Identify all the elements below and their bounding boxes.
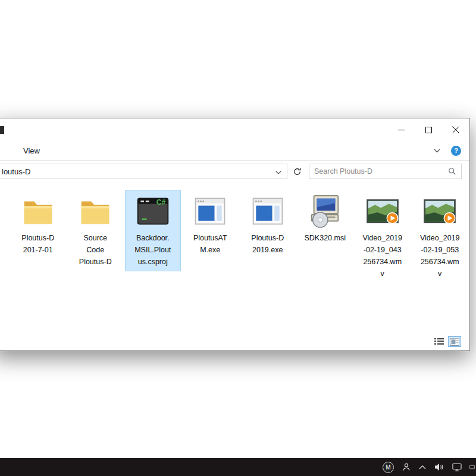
file-item-label: Ploutus-D 2019.exe bbox=[251, 232, 284, 256]
search-icon bbox=[448, 167, 456, 176]
window-title-partial-icon bbox=[0, 126, 4, 134]
refresh-icon bbox=[293, 167, 302, 176]
user-badge[interactable]: M bbox=[383, 458, 394, 476]
show-hidden-icons-button[interactable] bbox=[419, 458, 426, 476]
address-dropdown-chevron-icon[interactable] bbox=[275, 171, 281, 174]
maximize-button[interactable] bbox=[415, 118, 442, 141]
thumbnails-view-button[interactable] bbox=[448, 336, 461, 347]
search-box bbox=[309, 164, 462, 179]
search-input[interactable] bbox=[309, 167, 448, 176]
file-item-label: PloutusAT M.exe bbox=[193, 232, 227, 256]
close-button[interactable] bbox=[442, 118, 469, 141]
folder-icon bbox=[77, 193, 114, 230]
volume-button[interactable] bbox=[434, 458, 444, 476]
file-item-label: Source Code Ploutus-D bbox=[79, 232, 112, 268]
thumbnails-view-icon bbox=[450, 338, 459, 346]
ribbon-collapse-chevron-icon[interactable] bbox=[434, 149, 440, 153]
address-row: loutus-D bbox=[0, 161, 469, 182]
video-icon bbox=[421, 193, 458, 230]
minimize-icon bbox=[398, 127, 405, 133]
details-view-icon bbox=[434, 337, 444, 346]
installer-icon bbox=[306, 193, 343, 230]
application-icon bbox=[192, 193, 228, 229]
people-icon bbox=[402, 462, 411, 472]
file-item[interactable]: Video_2019 -02-19_053 256734.wm v bbox=[412, 190, 468, 283]
video-icon bbox=[364, 193, 401, 230]
help-button[interactable]: ? bbox=[451, 146, 461, 156]
file-item-label: Video_2019 -02-19_043 256734.wm v bbox=[362, 232, 402, 280]
status-bar bbox=[0, 334, 469, 350]
file-item[interactable]: PloutusAT M.exe bbox=[183, 190, 239, 259]
file-item-label: Ploutus-D 201-7-01 bbox=[21, 232, 54, 256]
file-item-label: SDK320.msi bbox=[305, 232, 346, 244]
csharp-project-icon: C# bbox=[135, 193, 171, 229]
network-button[interactable] bbox=[452, 458, 462, 476]
folder-icon bbox=[20, 193, 57, 230]
file-item[interactable]: SDK320.msi bbox=[298, 190, 353, 248]
file-list: Ploutus-D 201-7-01 Source Code Ploutus-D bbox=[0, 182, 469, 334]
file-item[interactable]: Ploutus-D 2019.exe bbox=[240, 190, 296, 259]
titlebar[interactable] bbox=[0, 118, 469, 141]
people-button[interactable] bbox=[402, 458, 411, 476]
desktop-wallpaper: View ? loutus-D bbox=[0, 0, 476, 476]
address-bar[interactable]: loutus-D bbox=[0, 164, 287, 179]
file-item[interactable]: Source Code Ploutus-D bbox=[68, 190, 124, 271]
file-item-label: Backdoor. MSIL.Plout us.csproj bbox=[134, 232, 171, 268]
file-item-selected[interactable]: C# Backdoor. MSIL.Plout us.csproj bbox=[125, 190, 181, 271]
caption-buttons bbox=[387, 118, 469, 141]
address-path-text: loutus-D bbox=[2, 167, 30, 176]
minimize-button[interactable] bbox=[387, 118, 415, 141]
refresh-button[interactable] bbox=[289, 164, 305, 179]
taskbar: M bbox=[0, 458, 476, 476]
ribbon-menu-row: View ? bbox=[0, 141, 469, 161]
tray-partial-icon[interactable] bbox=[469, 458, 475, 476]
maximize-icon bbox=[425, 127, 432, 133]
close-icon bbox=[452, 126, 459, 133]
file-item-label: Video_2019 -02-19_053 256734.wm v bbox=[420, 232, 460, 280]
tab-view[interactable]: View bbox=[23, 146, 40, 155]
network-icon bbox=[452, 463, 462, 472]
chevron-up-icon bbox=[419, 465, 426, 469]
explorer-window: View ? loutus-D bbox=[0, 118, 470, 351]
volume-icon bbox=[434, 463, 444, 471]
clipped-tray-icon bbox=[469, 463, 475, 471]
user-badge-initial: M bbox=[383, 462, 394, 473]
details-view-button[interactable] bbox=[433, 336, 446, 347]
application-icon bbox=[250, 193, 286, 229]
file-item[interactable]: Video_2019 -02-19_043 256734.wm v bbox=[355, 190, 411, 283]
csharp-badge-text: C# bbox=[156, 198, 165, 206]
system-tray: M bbox=[383, 458, 476, 476]
file-item[interactable]: Ploutus-D 201-7-01 bbox=[10, 190, 66, 259]
